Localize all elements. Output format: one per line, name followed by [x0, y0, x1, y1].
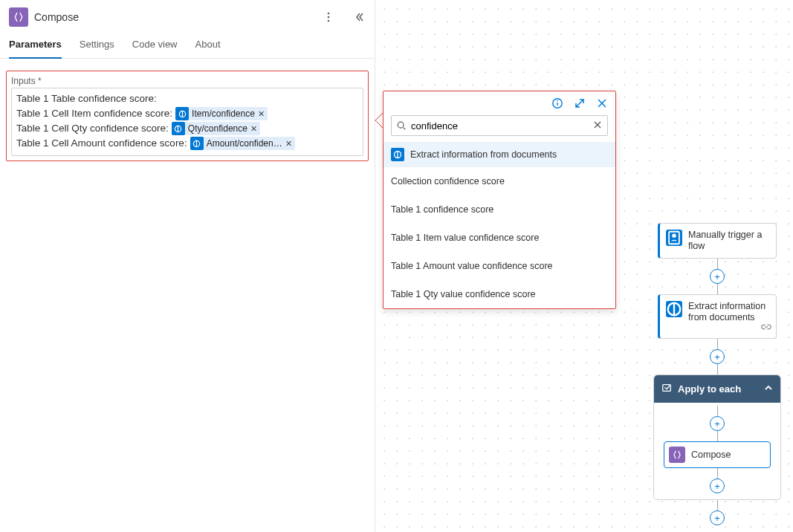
svg-point-2	[328, 20, 330, 22]
input-text-line1: Table 1 Table confidence score:	[16, 91, 157, 106]
ai-builder-icon	[666, 301, 682, 317]
add-step-button[interactable]: +	[710, 510, 725, 525]
dynamic-content-popover: Extract information from documents Colle…	[383, 91, 616, 309]
add-step-button[interactable]: +	[710, 349, 725, 364]
dynamic-content-item[interactable]: Table 1 Item value confidence score	[383, 224, 615, 252]
token-amount-confidence[interactable]: Amount/confiden… ✕	[190, 137, 295, 150]
ai-builder-icon	[391, 148, 404, 161]
flow-extract-card[interactable]: Extract information from documents	[658, 294, 777, 339]
inputs-label: Inputs *	[11, 76, 363, 86]
flow-compose-card-selected[interactable]: Compose	[664, 441, 771, 468]
token-icon	[172, 122, 185, 135]
input-text-line2: Table 1 Cell Item confidence score:	[16, 106, 172, 121]
tab-parameters[interactable]: Parameters	[9, 39, 62, 59]
token-remove-icon[interactable]: ✕	[285, 136, 292, 151]
dynamic-content-item[interactable]: Table 1 Amount value confidence score	[383, 252, 615, 280]
section-title: Extract information from documents	[410, 149, 557, 160]
close-icon[interactable]	[596, 97, 608, 109]
input-text-line4: Table 1 Cell Amount confidence score:	[16, 136, 187, 151]
card-label: Apply to each	[678, 383, 741, 395]
dynamic-content-item[interactable]: Collection confidence score	[383, 167, 615, 195]
chevron-up-icon[interactable]	[764, 383, 773, 395]
add-step-button[interactable]: +	[710, 479, 725, 493]
dynamic-content-section-header[interactable]: Extract information from documents	[383, 142, 615, 167]
card-label: Extract information from documents	[688, 301, 770, 323]
svg-point-13	[672, 234, 676, 239]
token-icon	[175, 107, 189, 120]
dynamic-content-item[interactable]: Table 1 confidence score	[383, 195, 615, 224]
flow-apply-to-each-container[interactable]: Apply to each + Compose +	[653, 374, 781, 500]
compose-action-icon	[669, 447, 685, 463]
svg-point-8	[557, 100, 558, 102]
flow-trigger-card[interactable]: Manually trigger a flow	[658, 223, 777, 259]
card-label: Compose	[691, 450, 731, 460]
search-input[interactable]	[407, 120, 592, 132]
inputs-editor[interactable]: Table 1 Table confidence score: Table 1 …	[11, 88, 363, 156]
compose-action-icon	[9, 7, 28, 27]
svg-line-10	[404, 128, 406, 130]
info-icon[interactable]	[551, 97, 563, 109]
input-text-line3: Table 1 Cell Qty confidence score:	[16, 121, 169, 136]
svg-point-1	[328, 16, 330, 19]
more-icon[interactable]	[323, 11, 334, 23]
loop-icon	[661, 383, 672, 395]
tab-codeview[interactable]: Code view	[132, 39, 178, 58]
panel-title: Compose	[34, 11, 79, 23]
token-item-confidence[interactable]: Item/confidence ✕	[175, 107, 268, 120]
token-icon	[190, 137, 204, 150]
search-icon	[396, 120, 407, 131]
trigger-icon	[666, 230, 682, 246]
dynamic-content-search[interactable]	[391, 115, 608, 136]
expand-icon[interactable]	[574, 97, 586, 109]
collapse-panel-icon[interactable]	[354, 11, 366, 23]
token-qty-confidence[interactable]: Qty/confidence ✕	[172, 122, 260, 135]
clear-search-icon[interactable]	[592, 120, 603, 132]
connection-icon	[761, 322, 771, 334]
token-remove-icon[interactable]: ✕	[258, 106, 265, 121]
svg-point-9	[398, 122, 404, 128]
tab-about[interactable]: About	[195, 39, 221, 58]
add-step-button[interactable]: +	[710, 416, 725, 431]
svg-point-0	[328, 13, 330, 15]
card-label: Manually trigger a flow	[688, 230, 770, 252]
tab-settings[interactable]: Settings	[80, 39, 114, 58]
dynamic-content-item[interactable]: Table 1 Qty value confidence score	[383, 280, 615, 308]
add-step-button[interactable]: +	[710, 269, 725, 284]
token-remove-icon[interactable]: ✕	[250, 121, 257, 136]
